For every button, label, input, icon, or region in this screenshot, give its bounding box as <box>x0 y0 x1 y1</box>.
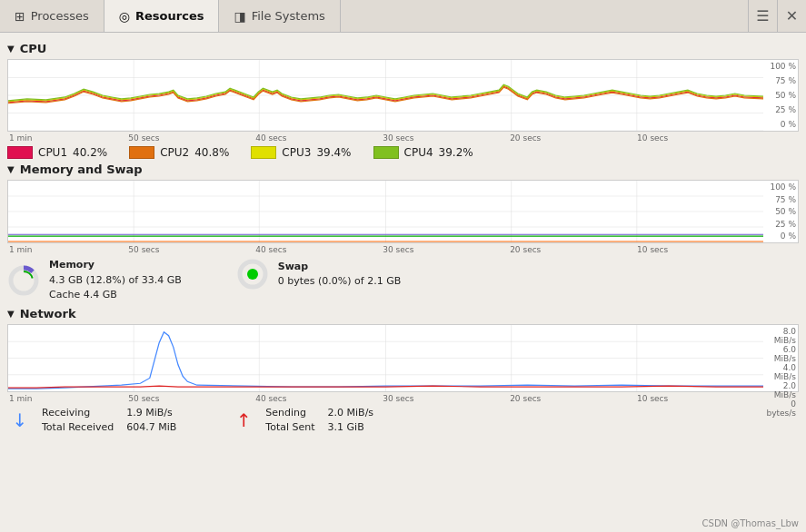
swap-label: Swap <box>278 260 401 275</box>
swap-text: Swap 0 bytes (0.0%) of 2.1 GB <box>278 260 401 290</box>
memory-section-label: Memory and Swap <box>20 163 143 176</box>
cpu2-legend-value: 40.8% <box>194 146 229 159</box>
svg-point-23 <box>247 269 258 280</box>
cpu3-legend-item: CPU3 39.4% <box>251 146 351 159</box>
memory-svg <box>8 181 763 242</box>
sending-total-value: 3.1 GiB <box>328 420 374 436</box>
receiving-arrow-icon: ↓ <box>7 408 33 433</box>
cpu-chart-inner <box>8 60 763 131</box>
memory-xaxis: 1 min 50 secs 40 secs 30 secs 20 secs 10… <box>7 245 764 254</box>
sending-values: 2.0 MiB/s 3.1 GiB <box>328 406 374 436</box>
memory-section-header[interactable]: ▼ Memory and Swap <box>7 163 799 176</box>
swap-donut <box>236 258 269 291</box>
resources-icon: ◎ <box>119 9 130 24</box>
cpu2-legend-label: CPU2 <box>160 146 189 159</box>
tab-processes-label: Processes <box>31 9 89 23</box>
memory-chart-inner <box>8 181 763 242</box>
swap-circle <box>236 258 269 291</box>
cpu1-legend-item: CPU1 40.2% <box>7 146 107 159</box>
network-section-header[interactable]: ▼ Network <box>7 307 799 320</box>
network-chart: 8.0 MiB/s 6.0 MiB/s 4.0 MiB/s 2.0 MiB/s … <box>7 324 799 392</box>
memory-label: Memory <box>49 258 182 273</box>
receiving-values: 1.9 MiB/s 604.7 MiB <box>126 406 176 436</box>
sending-item: ↑ Sending Total Sent 2.0 MiB/s 3.1 GiB <box>231 406 373 436</box>
svg-point-20 <box>15 271 33 290</box>
cpu3-legend-value: 39.4% <box>316 146 351 159</box>
cpu4-legend-item: CPU4 39.2% <box>373 146 473 159</box>
network-yaxis: 8.0 MiB/s 6.0 MiB/s 4.0 MiB/s 2.0 MiB/s … <box>763 325 798 391</box>
menu-button[interactable]: ☰ <box>748 0 777 33</box>
memory-item: Memory 4.3 GB (12.8%) of 33.4 GB Cache 4… <box>7 258 182 303</box>
close-button[interactable]: ✕ <box>777 0 806 33</box>
cpu-section-label: CPU <box>20 42 47 55</box>
sending-label: Sending <box>265 406 314 421</box>
cpu4-legend-value: 39.2% <box>439 146 473 159</box>
cpu4-legend-label: CPU4 <box>404 146 433 159</box>
tab-filesystems-label: File Systems <box>252 9 325 23</box>
network-svg <box>8 325 763 391</box>
cpu-chart: 100 % 75 % 50 % 25 % 0 % <box>7 59 799 132</box>
swap-item: Swap 0 bytes (0.0%) of 2.1 GB <box>236 258 401 291</box>
watermark: CSDN @Thomas_Lbw <box>702 518 799 528</box>
tab-resources-label: Resources <box>135 9 204 23</box>
cpu2-legend-color <box>129 146 154 159</box>
memory-donut <box>7 264 40 297</box>
cpu1-legend-label: CPU1 <box>38 146 67 159</box>
memory-swap-info: Memory 4.3 GB (12.8%) of 33.4 GB Cache 4… <box>7 258 799 303</box>
memory-text: Memory 4.3 GB (12.8%) of 33.4 GB Cache 4… <box>49 258 182 303</box>
sending-value: 2.0 MiB/s <box>328 406 374 421</box>
sending-total-label: Total Sent <box>265 420 314 436</box>
receiving-item: ↓ Receiving Total Received 1.9 MiB/s 604… <box>7 406 176 436</box>
network-chart-inner <box>8 325 763 391</box>
cpu4-legend-color <box>373 146 399 159</box>
sending-text: Sending Total Sent <box>265 406 314 436</box>
network-section-label: Network <box>20 307 76 320</box>
memory-collapse-arrow: ▼ <box>7 164 15 174</box>
cpu1-legend-value: 40.2% <box>73 146 107 159</box>
cpu-svg <box>8 60 763 131</box>
network-collapse-arrow: ▼ <box>7 309 15 319</box>
receiving-label: Receiving <box>42 406 114 421</box>
cpu1-legend-color <box>7 146 33 159</box>
tab-resources[interactable]: ◎ Resources <box>104 0 220 32</box>
memory-chart: 100 % 75 % 50 % 25 % 0 % <box>7 180 799 243</box>
cpu-section-header[interactable]: ▼ CPU <box>7 42 799 55</box>
memory-circle <box>7 264 40 297</box>
network-info: ↓ Receiving Total Received 1.9 MiB/s 604… <box>7 406 799 436</box>
titlebar: ⊞ Processes ◎ Resources ◨ File Systems ☰… <box>0 0 806 33</box>
memory-line2: Cache 4.4 GB <box>49 288 182 303</box>
receiving-total-label: Total Received <box>42 420 114 436</box>
swap-line1: 0 bytes (0.0%) of 2.1 GB <box>278 274 401 290</box>
receiving-value: 1.9 MiB/s <box>126 406 176 421</box>
cpu-collapse-arrow: ▼ <box>7 44 15 54</box>
tab-processes[interactable]: ⊞ Processes <box>0 0 104 32</box>
filesystems-icon: ◨ <box>234 9 245 24</box>
cpu3-legend-color <box>251 146 276 159</box>
memory-line1: 4.3 GB (12.8%) of 33.4 GB <box>49 273 182 289</box>
processes-icon: ⊞ <box>15 9 25 24</box>
cpu-legend: CPU1 40.2% CPU2 40.8% CPU3 39.4% CPU4 39… <box>7 146 799 159</box>
network-xaxis: 1 min 50 secs 40 secs 30 secs 20 secs 10… <box>7 394 764 403</box>
cpu-xaxis: 1 min 50 secs 40 secs 30 secs 20 secs 10… <box>7 133 764 143</box>
sending-arrow-icon: ↑ <box>231 408 256 433</box>
cpu-yaxis: 100 % 75 % 50 % 25 % 0 % <box>763 60 798 131</box>
tab-filesystems[interactable]: ◨ File Systems <box>219 0 340 32</box>
memory-yaxis: 100 % 75 % 50 % 25 % 0 % <box>763 181 798 242</box>
cpu3-legend-label: CPU3 <box>282 146 311 159</box>
receiving-text: Receiving Total Received <box>42 406 114 436</box>
cpu2-legend-item: CPU2 40.8% <box>129 146 229 159</box>
receiving-total-value: 604.7 MiB <box>126 420 176 436</box>
main-content: ▼ CPU <box>0 33 806 532</box>
